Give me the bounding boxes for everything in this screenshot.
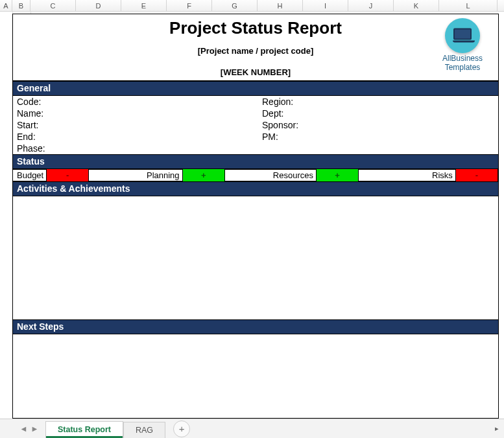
- col-header-E[interactable]: E: [121, 0, 167, 11]
- tab-nav-next-icon[interactable]: ►: [30, 424, 39, 433]
- add-sheet-button[interactable]: +: [173, 421, 190, 437]
- status-planning-indicator: +: [182, 169, 225, 181]
- field-phase-label: Phase:: [13, 143, 258, 154]
- col-header-C[interactable]: C: [30, 0, 76, 11]
- col-header-B[interactable]: B: [12, 0, 30, 11]
- col-header-J[interactable]: J: [348, 0, 394, 11]
- section-header-status: Status: [13, 154, 498, 169]
- report-region: Project Status Report [Project name / pr…: [12, 14, 499, 419]
- tab-status-report[interactable]: Status Report: [45, 421, 123, 438]
- field-name-label: Name:: [13, 108, 258, 119]
- status-resources-indicator: +: [316, 169, 359, 181]
- status-risks-label: Risks: [428, 170, 455, 180]
- field-sponsor-label: Sponsor:: [258, 119, 498, 131]
- col-header-K[interactable]: K: [394, 0, 439, 11]
- status-budget-label: Budget: [13, 170, 46, 180]
- col-header-I[interactable]: I: [303, 0, 348, 11]
- status-budget-indicator: -: [46, 169, 89, 181]
- col-header-G[interactable]: G: [212, 0, 258, 11]
- logo-text-2: Templates: [445, 63, 481, 72]
- section-header-nextsteps: Next Steps: [13, 319, 498, 334]
- title-area: Project Status Report [Project name / pr…: [13, 14, 498, 81]
- field-dept-label: Dept:: [258, 108, 498, 119]
- logo-text-1: AllBusiness: [442, 54, 483, 63]
- tab-nav-prev-icon[interactable]: ◄: [19, 424, 28, 433]
- field-region-label: Region:: [258, 96, 498, 108]
- tab-nav-controls: ◄ ►: [19, 424, 39, 433]
- field-start-label: Start:: [13, 119, 258, 131]
- section-header-activities: Activities & Achievements: [13, 181, 498, 196]
- col-header-F[interactable]: F: [167, 0, 212, 11]
- hscroll-right-icon[interactable]: ▸: [492, 424, 501, 433]
- col-header-D[interactable]: D: [76, 0, 121, 11]
- activities-body[interactable]: [13, 196, 498, 319]
- spreadsheet-grid[interactable]: Project Status Report [Project name / pr…: [0, 12, 504, 419]
- field-pm-label: PM:: [258, 131, 498, 143]
- logo: AllBusiness Templates: [432, 18, 493, 72]
- sheet-tab-bar: ◄ ► Status Report RAG + ▸: [0, 419, 504, 438]
- general-body: Code: Region: Name: Dept: Start: Sponsor…: [13, 96, 498, 154]
- status-row: Budget - Planning + Resources + Risks -: [13, 169, 498, 181]
- col-header-L[interactable]: L: [439, 0, 498, 11]
- report-subtitle: [Project name / project code]: [13, 46, 498, 56]
- status-risks-indicator: -: [455, 169, 498, 181]
- col-header-H[interactable]: H: [258, 0, 303, 11]
- field-code-label: Code:: [13, 96, 258, 108]
- tab-rag[interactable]: RAG: [123, 422, 165, 438]
- field-end-label: End:: [13, 131, 258, 143]
- col-header-A[interactable]: A: [0, 0, 12, 11]
- column-headers: A B C D E F G H I J K L: [0, 0, 504, 12]
- laptop-icon: [453, 29, 472, 43]
- report-title: Project Status Report: [13, 14, 498, 38]
- logo-circle-icon: [445, 18, 480, 53]
- status-resources-label: Resources: [269, 170, 316, 180]
- status-planning-label: Planning: [143, 170, 182, 180]
- report-week: [WEEK NUMBER]: [13, 67, 498, 77]
- section-header-general: General: [13, 81, 498, 96]
